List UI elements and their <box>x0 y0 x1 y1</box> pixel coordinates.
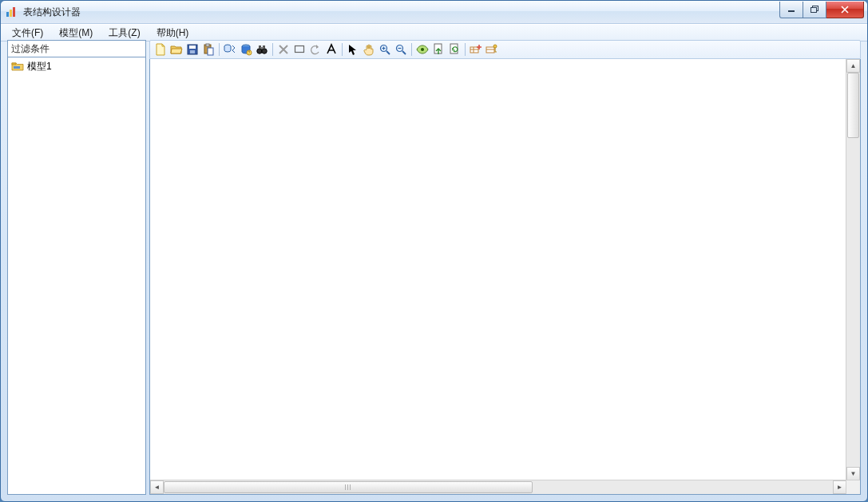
maximize-icon <box>811 6 818 14</box>
zoom-in-button[interactable] <box>377 42 393 57</box>
menu-bar: 文件(F) 模型(M) 工具(Z) 帮助(H) <box>1 24 867 42</box>
preview-button[interactable] <box>414 42 430 57</box>
scroll-right-button[interactable]: ► <box>833 480 846 494</box>
svg-rect-5 <box>811 8 817 13</box>
vertical-scroll-thumb[interactable] <box>847 73 859 138</box>
svg-rect-33 <box>450 44 458 53</box>
zoom-out-button[interactable] <box>393 42 409 57</box>
pointer-button[interactable] <box>345 42 361 57</box>
svg-point-19 <box>262 49 267 53</box>
scroll-up-button[interactable]: ▲ <box>846 59 860 73</box>
menu-model[interactable]: 模型(M) <box>51 25 101 41</box>
db-info-button[interactable]: ? <box>238 42 254 57</box>
maximize-button[interactable] <box>803 2 826 18</box>
menu-file[interactable]: 文件(F) <box>4 25 51 41</box>
refresh-button[interactable] <box>446 42 462 57</box>
svg-rect-12 <box>206 44 209 46</box>
app-icon <box>6 6 18 18</box>
db-info-icon: ? <box>240 43 252 56</box>
svg-rect-0 <box>6 12 9 17</box>
toolbar-separator <box>272 43 273 56</box>
svg-rect-6 <box>12 63 16 65</box>
rectangle-icon <box>293 43 306 56</box>
sidebar: 过滤条件 模型1 <box>7 40 146 495</box>
close-button[interactable] <box>826 2 864 18</box>
toolbar-separator <box>465 43 466 56</box>
svg-line-29 <box>402 51 406 54</box>
open-folder-icon <box>170 43 183 56</box>
paste-button[interactable] <box>200 42 216 57</box>
save-button[interactable] <box>184 42 200 57</box>
add-field-icon <box>470 43 482 56</box>
text-button[interactable] <box>323 42 339 57</box>
db-sync-icon <box>224 43 236 56</box>
svg-point-18 <box>257 49 262 53</box>
hand-icon <box>363 43 375 56</box>
close-icon <box>840 6 850 14</box>
toolbar-separator <box>411 43 412 56</box>
vertical-scrollbar[interactable]: ▲ ▼ <box>846 59 860 480</box>
pointer-icon <box>347 43 359 56</box>
export-button[interactable] <box>430 42 446 57</box>
filter-input[interactable]: 过滤条件 <box>7 40 146 57</box>
eye-icon <box>416 43 429 56</box>
horizontal-scroll-track[interactable] <box>164 480 833 494</box>
menu-help[interactable]: 帮助(H) <box>149 25 197 41</box>
scroll-corner <box>846 480 860 494</box>
svg-rect-10 <box>190 50 195 53</box>
horizontal-scroll-thumb[interactable] <box>164 481 533 493</box>
svg-line-25 <box>386 51 390 54</box>
editor-pane: ? <box>149 40 861 495</box>
design-canvas[interactable]: ▲ ▼ ◄ ► <box>149 59 861 495</box>
svg-rect-13 <box>208 48 213 55</box>
zoom-out-icon <box>394 43 407 56</box>
content-area: 过滤条件 模型1 <box>7 40 861 495</box>
toolbar: ? <box>149 40 861 59</box>
scroll-left-button[interactable]: ◄ <box>150 480 164 494</box>
vertical-scroll-track[interactable] <box>846 73 860 467</box>
svg-rect-1 <box>10 10 12 17</box>
new-file-icon <box>154 43 167 56</box>
svg-text:?: ? <box>248 50 251 55</box>
svg-point-31 <box>421 48 424 51</box>
db-sync-button[interactable] <box>222 42 238 57</box>
horizontal-scrollbar[interactable]: ◄ ► <box>150 480 846 494</box>
model-tree[interactable]: 模型1 <box>7 57 146 495</box>
app-window: 表结构设计器 文件(F) 模型(M) 工具(Z) 帮助(H) <box>0 0 868 502</box>
refresh-doc-icon <box>448 43 461 56</box>
save-icon <box>186 43 199 56</box>
svg-rect-2 <box>13 7 15 17</box>
undo-button[interactable] <box>307 42 323 57</box>
tree-item-model[interactable]: 模型1 <box>10 59 144 73</box>
window-controls <box>779 2 864 18</box>
svg-point-39 <box>493 45 497 48</box>
pan-button[interactable] <box>361 42 377 57</box>
open-button[interactable] <box>168 42 184 57</box>
minimize-button[interactable] <box>779 2 803 18</box>
undo-icon <box>309 43 322 56</box>
paste-icon <box>202 43 215 56</box>
tree-item-label: 模型1 <box>27 60 52 73</box>
delete-icon <box>277 43 290 56</box>
add-field-button[interactable] <box>468 42 484 57</box>
add-key-button[interactable] <box>484 42 500 57</box>
new-button[interactable] <box>153 42 168 57</box>
window-title: 表结构设计器 <box>23 6 81 19</box>
toolbar-separator <box>219 43 220 56</box>
add-key-icon <box>486 43 498 56</box>
svg-rect-23 <box>295 46 304 53</box>
scroll-down-button[interactable]: ▼ <box>846 467 860 480</box>
svg-rect-9 <box>189 45 196 49</box>
folder-icon <box>11 61 24 72</box>
find-button[interactable] <box>254 42 270 57</box>
minimize-icon <box>787 6 795 14</box>
binoculars-icon <box>256 43 268 56</box>
svg-rect-3 <box>788 10 795 12</box>
toolbar-separator <box>342 43 343 56</box>
title-bar[interactable]: 表结构设计器 <box>1 1 867 24</box>
delete-button[interactable] <box>275 42 291 57</box>
svg-rect-7 <box>14 66 20 69</box>
rectangle-button[interactable] <box>291 42 307 57</box>
text-a-icon <box>325 43 338 56</box>
menu-tools[interactable]: 工具(Z) <box>101 25 148 41</box>
